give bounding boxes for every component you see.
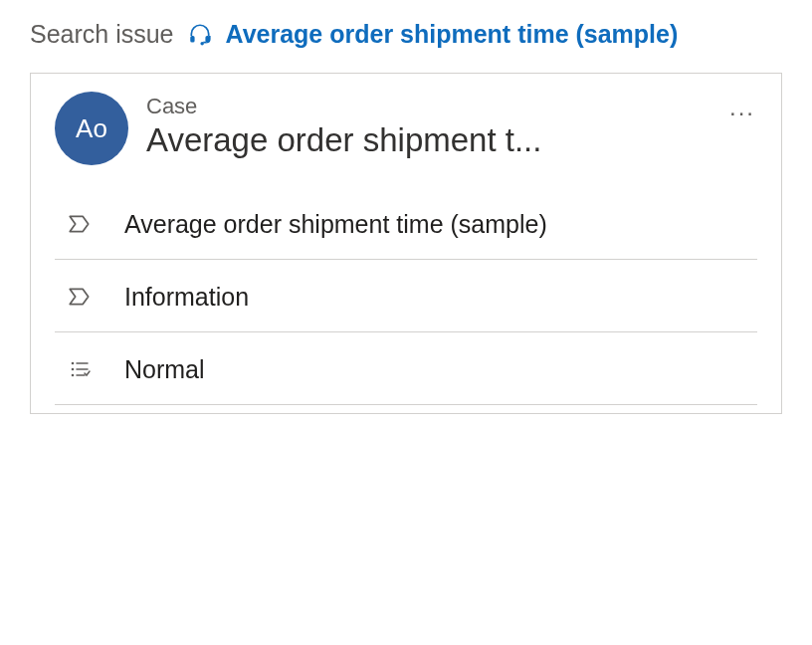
svg-rect-0 — [190, 36, 194, 43]
detail-row-priority[interactable]: Normal — [55, 332, 757, 405]
breadcrumb-current[interactable]: Average order shipment time (sample) — [226, 20, 679, 49]
svg-point-7 — [72, 374, 75, 377]
detail-row-form[interactable]: Information — [55, 260, 757, 332]
more-actions-button[interactable]: ... — [727, 92, 757, 123]
detail-priority-value: Normal — [124, 355, 757, 384]
breadcrumb-root[interactable]: Search issue — [30, 20, 174, 49]
svg-point-5 — [72, 368, 75, 371]
entity-type-label: Case — [146, 94, 710, 119]
detail-title-value: Average order shipment time (sample) — [124, 210, 757, 239]
svg-rect-1 — [205, 36, 209, 43]
headset-icon — [186, 21, 214, 49]
svg-point-3 — [72, 362, 75, 365]
header-text: Case Average order shipment t... — [146, 92, 710, 159]
chevron-tag-icon — [65, 282, 95, 312]
entity-title[interactable]: Average order shipment t... — [146, 121, 710, 159]
avatar: Ao — [55, 92, 128, 165]
breadcrumb: Search issue Average order shipment time… — [30, 20, 782, 49]
detail-form-value: Information — [124, 283, 757, 312]
card-header: Ao Case Average order shipment t... ... — [55, 92, 757, 165]
detail-row-title[interactable]: Average order shipment time (sample) — [55, 187, 757, 260]
chevron-tag-icon — [65, 209, 95, 239]
case-card: Ao Case Average order shipment t... ... … — [30, 73, 782, 414]
priority-icon — [65, 354, 95, 384]
